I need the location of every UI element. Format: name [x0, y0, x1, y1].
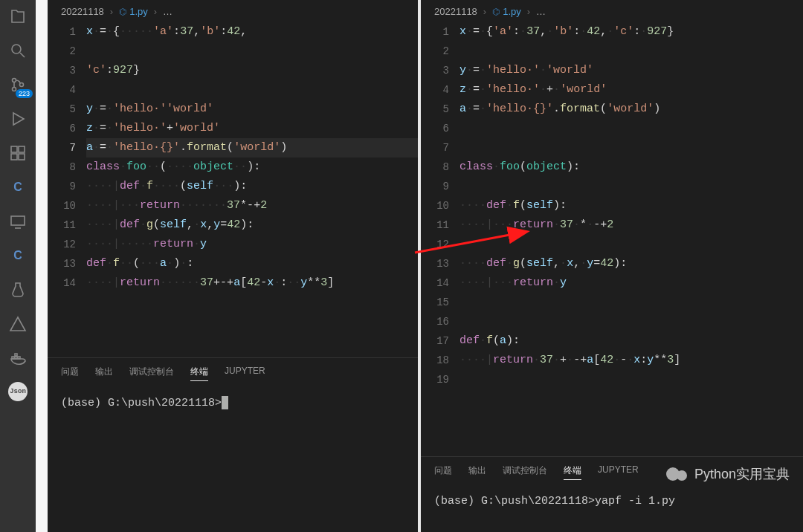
wechat-icon: [666, 466, 691, 482]
code-right[interactable]: x·=·{'a':·37,·'b':·42,·'c':·927}y·=·'hel…: [459, 22, 803, 456]
editor-pane-left: 20221118 › 1.py › … 1234567891011121314 …: [48, 0, 418, 532]
panel-tabs: 问题 输出 调试控制台 终端 JUPYTER: [48, 358, 418, 387]
tab-debug[interactable]: 调试控制台: [503, 464, 547, 480]
gutter-left: 1234567891011121314: [48, 22, 86, 357]
chevron-right-icon: ›: [527, 6, 530, 17]
tab-debug[interactable]: 调试控制台: [129, 366, 174, 381]
svg-rect-7: [19, 154, 25, 160]
debug-icon[interactable]: [7, 108, 28, 129]
gutter-right: 12345678910111213141516171819: [421, 22, 459, 456]
breadcrumbs-left[interactable]: 20221118 › 1.py › …: [48, 0, 418, 22]
split-panes: 20221118 › 1.py › … 1234567891011121314 …: [48, 0, 803, 532]
tab-jupyter[interactable]: JUPYTER: [598, 464, 639, 480]
svg-rect-8: [11, 216, 25, 225]
docker-icon[interactable]: [7, 348, 28, 369]
watermark: Python实用宝典: [666, 465, 790, 483]
svg-rect-6: [11, 154, 17, 160]
extensions-icon[interactable]: [7, 143, 28, 163]
scm-icon[interactable]: 223: [7, 74, 28, 95]
tab-jupyter[interactable]: JUPYTER: [225, 366, 265, 381]
tab-terminal[interactable]: 终端: [564, 464, 581, 480]
terminal-body-left[interactable]: (base) G:\push\20221118>: [48, 387, 418, 532]
tab-problems[interactable]: 问题: [61, 366, 79, 381]
c2-icon[interactable]: C: [7, 245, 28, 266]
svg-point-3: [20, 83, 24, 87]
chevron-right-icon: ›: [154, 6, 157, 17]
json-icon[interactable]: Json: [8, 382, 28, 401]
tab-output[interactable]: 输出: [468, 464, 486, 480]
activity-bar: 223 C C Json: [0, 0, 36, 532]
svg-rect-12: [15, 354, 17, 356]
code-editor-left[interactable]: 1234567891011121314 x·=·{·····'a':37,'b'…: [48, 22, 418, 357]
breadcrumb-folder[interactable]: 20221118: [61, 6, 104, 17]
breadcrumb-tail[interactable]: …: [163, 6, 172, 17]
tab-terminal[interactable]: 终端: [190, 366, 208, 381]
svg-point-1: [13, 79, 16, 82]
left-margin: [36, 0, 48, 532]
chevron-right-icon: ›: [110, 6, 113, 17]
code-left[interactable]: x·=·{·····'a':37,'b':42,'c':927}y·=·'hel…: [86, 22, 418, 357]
c-icon[interactable]: C: [7, 177, 28, 198]
tab-problems[interactable]: 问题: [434, 464, 452, 480]
chevron-right-icon: ›: [483, 6, 486, 17]
terminal-body-right[interactable]: (base) G:\push\20221118>yapf -i 1.py: [421, 486, 803, 532]
breadcrumb-file[interactable]: 1.py: [492, 6, 521, 17]
editor-pane-right: 20221118 › 1.py › … 12345678910111213141…: [421, 0, 803, 532]
svg-rect-4: [11, 146, 17, 152]
tab-output[interactable]: 输出: [95, 366, 113, 381]
scm-badge: 223: [16, 89, 33, 98]
code-editor-right[interactable]: 12345678910111213141516171819 x·=·{'a':·…: [421, 22, 803, 456]
remote-icon[interactable]: [7, 211, 28, 232]
breadcrumb-folder[interactable]: 20221118: [434, 6, 477, 17]
breadcrumbs-right[interactable]: 20221118 › 1.py › …: [421, 0, 803, 22]
svg-point-0: [12, 45, 21, 53]
svg-rect-5: [19, 146, 25, 152]
breadcrumb-file[interactable]: 1.py: [119, 6, 148, 17]
search-icon[interactable]: [7, 40, 28, 61]
explorer-icon[interactable]: [7, 6, 28, 27]
testing-icon[interactable]: [7, 279, 28, 300]
svg-point-2: [13, 88, 16, 91]
breadcrumb-tail[interactable]: …: [536, 6, 546, 17]
terminal-cursor: [222, 396, 228, 409]
warning-icon[interactable]: [7, 314, 28, 334]
terminal-panel-left: 问题 输出 调试控制台 终端 JUPYTER (base) G:\push\20…: [48, 357, 418, 532]
